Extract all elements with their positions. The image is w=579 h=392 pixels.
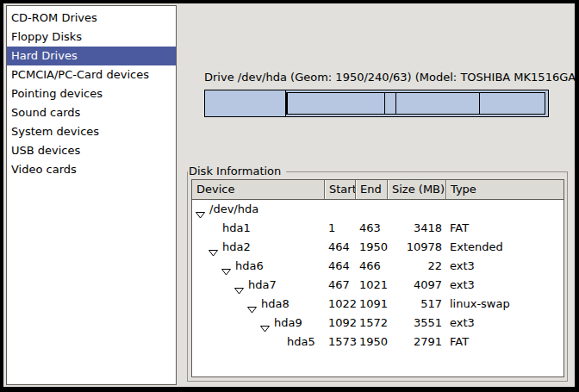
- partition-bar: [204, 90, 549, 117]
- start-cell: 467: [324, 276, 355, 295]
- disk-information-group: Disk Information DeviceStartEndSize (MB)…: [187, 171, 568, 382]
- expander-open-icon[interactable]: [247, 301, 257, 308]
- device-category-list[interactable]: CD-ROM DrivesFloppy DisksHard DrivesPCMC…: [6, 5, 177, 385]
- sidebar-item-system-devices[interactable]: System devices: [7, 122, 176, 141]
- device-name: hda5: [287, 333, 315, 352]
- type-cell: FAT: [445, 333, 563, 352]
- partition-segment-hda1: [205, 90, 286, 116]
- table-body: /dev/hdahda114633418FAThda2464195010978E…: [192, 200, 563, 352]
- device-name: hda9: [274, 314, 302, 333]
- partition-segment-hda8: [384, 92, 396, 115]
- partition-segment-hda7: [287, 92, 384, 115]
- size-cell: 22: [387, 257, 445, 276]
- table-row-hda7[interactable]: hda746710214097ext3: [192, 276, 563, 295]
- end-cell: 466: [355, 257, 387, 276]
- device-cell: hda5: [192, 333, 324, 352]
- sidebar-item-hard-drives[interactable]: Hard Drives: [7, 47, 176, 65]
- device-cell: hda7: [192, 276, 324, 295]
- table-header-row: DeviceStartEndSize (MB)Type: [192, 180, 563, 200]
- partition-extended-hda2: [286, 90, 548, 116]
- end-cell: 1021: [355, 276, 387, 295]
- start-cell: 464: [324, 257, 355, 276]
- size-cell: 3551: [387, 314, 445, 333]
- type-cell: linux-swap: [445, 295, 563, 314]
- logical-partitions: [286, 92, 548, 115]
- end-cell: 1950: [355, 238, 387, 257]
- table-header-type[interactable]: Type: [445, 180, 563, 199]
- device-name: /dev/hda: [209, 200, 258, 219]
- table-header-size-mb[interactable]: Size (MB): [387, 180, 445, 199]
- device-cell: hda1: [192, 219, 324, 238]
- table-row-hda6[interactable]: hda646446622ext3: [192, 257, 563, 276]
- type-cell: FAT: [445, 219, 563, 238]
- table-row-hda2[interactable]: hda2464195010978Extended: [192, 238, 563, 257]
- device-name: hda6: [235, 257, 264, 276]
- table-header-device[interactable]: Device: [192, 180, 324, 199]
- sidebar-item-cd-rom-drives[interactable]: CD-ROM Drives: [7, 9, 176, 28]
- device-name: hda7: [248, 276, 277, 295]
- drive-title: Drive /dev/hda (Geom: 1950/240/63) (Mode…: [204, 71, 549, 84]
- partition-bar-segments: [205, 90, 548, 116]
- start-cell: 1573: [324, 333, 355, 352]
- expander-open-icon[interactable]: [209, 244, 218, 252]
- end-cell: 463: [355, 219, 387, 238]
- table-row-dev-hda[interactable]: /dev/hda: [192, 200, 563, 219]
- expander-open-icon[interactable]: [260, 320, 270, 327]
- table-row-hda5[interactable]: hda5157319502791FAT: [192, 333, 563, 352]
- start-cell: 1: [324, 219, 355, 238]
- type-cell: ext3: [445, 276, 563, 295]
- device-cell: hda9: [192, 314, 324, 333]
- device-cell: hda2: [192, 238, 324, 257]
- window-content: CD-ROM DrivesFloppy DisksHard DrivesPCMC…: [3, 3, 575, 387]
- sidebar-item-floppy-disks[interactable]: Floppy Disks: [7, 28, 176, 47]
- disk-information-table: DeviceStartEndSize (MB)Type /dev/hdahda1…: [191, 179, 564, 377]
- end-cell: 1950: [355, 333, 387, 352]
- sidebar-item-video-cards[interactable]: Video cards: [7, 160, 176, 179]
- size-cell: 4097: [387, 276, 445, 295]
- type-cell: Extended: [445, 238, 563, 257]
- disk-information-label: Disk Information: [188, 165, 286, 178]
- type-cell: ext3: [445, 314, 563, 333]
- device-cell: hda8: [192, 295, 324, 314]
- device-name: hda8: [261, 295, 290, 314]
- device-name: hda1: [222, 219, 251, 238]
- expander-open-icon[interactable]: [196, 206, 205, 214]
- device-name: hda2: [222, 238, 251, 257]
- expander-open-icon[interactable]: [234, 282, 244, 289]
- end-cell: 1572: [355, 314, 387, 333]
- type-cell: ext3: [445, 257, 563, 276]
- device-cell: /dev/hda: [192, 200, 324, 219]
- expander-open-icon[interactable]: [221, 263, 231, 271]
- table-header-start[interactable]: Start: [324, 180, 355, 199]
- start-cell: 1092: [324, 314, 355, 333]
- partition-segment-hda5: [479, 92, 545, 115]
- sidebar-item-sound-cards[interactable]: Sound cards: [7, 103, 176, 122]
- sidebar-item-pcmcia-pc-card-devices[interactable]: PCMCIA/PC-Card devices: [7, 65, 176, 84]
- size-cell: 10978: [387, 238, 445, 257]
- table-row-hda9[interactable]: hda9109215723551ext3: [192, 314, 563, 333]
- size-cell: 517: [387, 295, 445, 314]
- size-cell: 2791: [387, 333, 445, 352]
- table-row-hda1[interactable]: hda114633418FAT: [192, 219, 563, 238]
- hardware-browser-window: CD-ROM DrivesFloppy DisksHard DrivesPCMC…: [0, 0, 579, 392]
- table-row-hda8[interactable]: hda810221091517linux-swap: [192, 295, 563, 314]
- sidebar-item-usb-devices[interactable]: USB devices: [7, 141, 176, 160]
- size-cell: 3418: [387, 219, 445, 238]
- partition-segment-hda9: [395, 92, 480, 115]
- start-cell: 464: [324, 238, 355, 257]
- end-cell: 1091: [355, 295, 387, 314]
- start-cell: 1022: [324, 295, 355, 314]
- sidebar-item-pointing-devices[interactable]: Pointing devices: [7, 84, 176, 103]
- device-cell: hda6: [192, 257, 324, 276]
- table-header-end[interactable]: End: [355, 180, 387, 199]
